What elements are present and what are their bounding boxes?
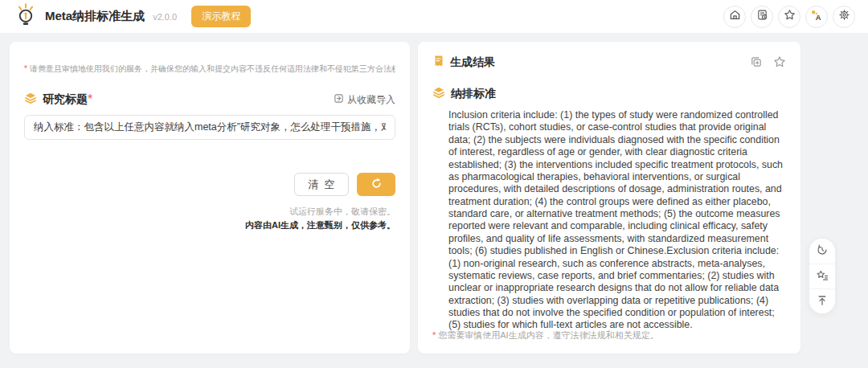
settings-button[interactable] xyxy=(833,6,855,28)
clear-button[interactable]: 清空 xyxy=(294,173,349,196)
trial-note: 试运行服务中，敬请保密。 xyxy=(24,205,395,219)
result-header: 生成结果 xyxy=(432,55,786,71)
copy-icon xyxy=(750,55,763,71)
app-title: Meta纳排标准生成 xyxy=(45,9,145,24)
app-version: v2.0.0 xyxy=(153,12,177,22)
research-title-label: 研究标题 xyxy=(43,92,88,107)
star-icon xyxy=(784,9,796,24)
disclaimer-text: *请善意且审慎地使用我们的服务，并确保您的输入和提交内容不违反任何适用法律和不侵… xyxy=(24,63,395,75)
brand: Meta纳排标准生成 v2.0.0 演示教程 xyxy=(13,2,251,31)
result-title: 生成结果 xyxy=(450,55,495,70)
required-asterisk: * xyxy=(24,64,27,73)
favorite-result-button[interactable] xyxy=(773,55,786,71)
layers-icon xyxy=(432,86,445,102)
history-button[interactable] xyxy=(809,239,836,264)
research-title-field-row: 研究标题 * 从收藏导入 xyxy=(24,92,395,108)
ai-generated-note: 内容由AI生成，注意甄别，仅供参考。 xyxy=(24,219,395,232)
refresh-icon xyxy=(371,178,383,192)
import-icon xyxy=(334,93,344,106)
header-icon-group: A xyxy=(723,6,855,28)
result-panel: 生成结果 xyxy=(418,42,800,354)
action-buttons-row: 清空 xyxy=(24,173,395,196)
translate-icon: A xyxy=(810,9,823,25)
criteria-content-text: Inclusion criteria include: (1) the type… xyxy=(448,109,784,332)
star-icon xyxy=(773,55,786,71)
favorites-button[interactable] xyxy=(778,6,800,28)
criteria-section-title: 纳排标准 xyxy=(451,87,496,101)
document-history-icon xyxy=(756,9,768,24)
side-toolbar xyxy=(809,238,836,314)
result-actions xyxy=(750,55,786,71)
result-doc-icon xyxy=(432,55,444,71)
home-icon xyxy=(729,9,741,24)
back-to-top-button[interactable] xyxy=(809,288,836,313)
svg-text:A: A xyxy=(816,13,821,21)
input-panel: *请善意且审慎地使用我们的服务，并确保您的输入和提交内容不违反任何适用法律和不侵… xyxy=(10,42,410,354)
generate-button[interactable] xyxy=(357,173,395,196)
ai-usage-note: *您需要审慎使用AI生成内容，遵守法律法规和相关规定。 xyxy=(432,329,659,341)
research-title-input[interactable] xyxy=(24,115,395,140)
service-notes: 试运行服务中，敬请保密。 内容由AI生成，注意甄别，仅供参考。 xyxy=(24,205,395,232)
required-asterisk: * xyxy=(88,92,92,107)
lightbulb-logo-icon xyxy=(13,2,39,31)
gear-icon xyxy=(838,9,850,24)
criteria-section-row: 纳排标准 xyxy=(432,86,786,102)
records-button[interactable] xyxy=(751,6,773,28)
import-from-favorites-link[interactable]: 从收藏导入 xyxy=(334,93,395,107)
copy-button[interactable] xyxy=(750,55,763,71)
home-button[interactable] xyxy=(723,6,746,28)
rate-button[interactable] xyxy=(809,264,836,288)
top-arrow-icon xyxy=(816,294,829,309)
history-icon xyxy=(816,243,829,259)
star-list-icon xyxy=(816,269,829,284)
app-header: Meta纳排标准生成 v2.0.0 演示教程 xyxy=(0,0,868,34)
tutorial-button[interactable]: 演示教程 xyxy=(191,6,251,27)
translate-button[interactable]: A xyxy=(805,6,828,28)
required-asterisk: * xyxy=(432,330,436,340)
layers-icon xyxy=(24,92,37,108)
import-link-label: 从收藏导入 xyxy=(347,93,395,107)
